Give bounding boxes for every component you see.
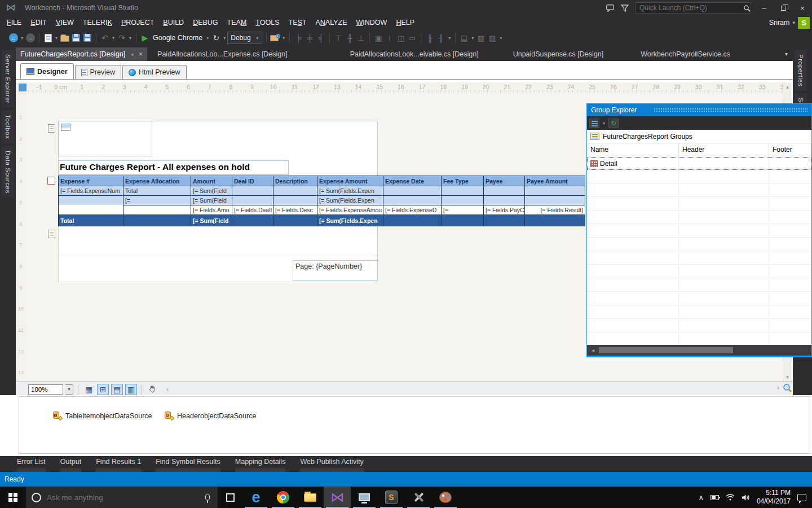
table-cell[interactable]: Expense Allocation: [123, 176, 191, 186]
layout-tool-icon[interactable]: ⊤: [333, 32, 344, 44]
layout-tool-icon[interactable]: ▣: [373, 32, 384, 44]
table-cell[interactable]: [442, 214, 484, 226]
find-overflow-icon[interactable]: ▾: [281, 36, 286, 41]
taskbar-visual-studio[interactable]: ⋈: [324, 487, 351, 508]
show-headers-button[interactable]: ▤: [111, 384, 123, 395]
zoom-dropdown-icon[interactable]: ▾: [65, 384, 73, 395]
table-cell[interactable]: [59, 195, 123, 205]
doc-tab-4[interactable]: WorkbenchPayrollService.cs: [636, 47, 735, 61]
menu-view[interactable]: VIEW: [51, 17, 78, 28]
layout-tool-icon[interactable]: ▨: [487, 32, 498, 44]
table-cell[interactable]: [= Fields.ExpenseNum: [59, 186, 123, 195]
undo-dropdown-icon[interactable]: ▾: [111, 36, 116, 41]
group-row-empty[interactable]: [587, 292, 811, 305]
layout-tool-icon[interactable]: ╢: [435, 32, 447, 44]
group-row-empty[interactable]: [587, 251, 811, 265]
table-cell[interactable]: Description: [273, 176, 317, 186]
browser-select-label[interactable]: Google Chrome: [153, 34, 202, 42]
table-cell[interactable]: Payee Amount: [525, 176, 585, 186]
menu-telerik[interactable]: TELERIK: [78, 17, 117, 28]
menu-build[interactable]: BUILD: [158, 17, 188, 28]
group-explorer-title-bar[interactable]: Group Explorer: [587, 104, 811, 116]
doc-tab-0[interactable]: FutureChargesReport.cs [Design]+×: [16, 47, 147, 61]
menu-window[interactable]: WINDOW: [352, 17, 392, 28]
table-cell[interactable]: [=: [123, 195, 191, 205]
bottom-tab-error-list[interactable]: Error List: [17, 458, 46, 472]
zoom-level-select[interactable]: 100%: [28, 384, 63, 395]
menu-project[interactable]: PROJECT: [117, 17, 158, 28]
bottom-tab-web-publish-activity[interactable]: Web Publish Activity: [300, 458, 363, 472]
report-title-textbox[interactable]: Future Charges Report - All expenses on …: [58, 160, 289, 175]
filter-icon[interactable]: [617, 2, 632, 14]
search-icon[interactable]: [743, 5, 751, 12]
table-cell[interactable]: [= Fields.ExpenseD: [383, 205, 442, 214]
group-row-empty[interactable]: [587, 170, 811, 183]
doc-tab-1[interactable]: PaidAllocationsLoo...Expense.cs [Design]: [153, 47, 292, 61]
doc-tab-2[interactable]: PaidAllocationsLook...eivable.cs [Design…: [346, 47, 483, 61]
taskbar-admin-tools[interactable]: [405, 487, 432, 508]
designer-tab-preview[interactable]: Preview: [75, 65, 121, 79]
close-tab-icon[interactable]: ×: [139, 50, 143, 58]
scroll-left-icon[interactable]: ‹: [166, 386, 169, 393]
table-cell[interactable]: [123, 205, 191, 214]
restore-button[interactable]: [774, 1, 793, 15]
snap-to-grid-button[interactable]: ⊞: [97, 384, 109, 395]
table-cell[interactable]: [484, 214, 525, 226]
show-grid-button[interactable]: ▦: [83, 384, 95, 395]
table-cell[interactable]: [383, 214, 442, 226]
group-row-detail[interactable]: Detail: [587, 157, 811, 170]
save-button[interactable]: [70, 32, 82, 44]
designer-tab-designer[interactable]: Designer: [20, 63, 74, 79]
designer-tab-html-preview[interactable]: Html Preview: [122, 65, 187, 79]
table-cell[interactable]: [= Sum(Fields.Expen: [317, 214, 383, 226]
pan-tool-button[interactable]: [147, 384, 158, 395]
ge-scroll-left-icon[interactable]: ◄: [587, 348, 599, 353]
page-footer-section-icon[interactable]: [48, 230, 55, 238]
quick-launch-input[interactable]: [636, 4, 743, 12]
group-row-empty[interactable]: [587, 332, 811, 346]
volume-icon[interactable]: [742, 494, 750, 501]
table-cell[interactable]: [= Fields.ExpenseAmou: [317, 205, 383, 214]
table-cell[interactable]: [= Sum(Fields.Expen: [317, 195, 383, 205]
table-cell[interactable]: [273, 195, 317, 205]
group-row-empty[interactable]: [587, 278, 811, 292]
scroll-down-icon[interactable]: ▾: [786, 373, 789, 382]
table-cell[interactable]: [= Sum(Fields.Expen: [317, 186, 383, 195]
refresh-button[interactable]: ↻: [210, 32, 222, 44]
group-row-empty[interactable]: [587, 238, 811, 251]
group-row-empty[interactable]: [587, 211, 811, 224]
menu-test[interactable]: TEST: [284, 17, 311, 28]
datasource-item[interactable]: TableItemobjectDataSource: [53, 411, 152, 420]
save-all-button[interactable]: [82, 32, 93, 44]
groups-column-header[interactable]: Footer: [769, 143, 811, 157]
avatar[interactable]: S: [798, 17, 810, 29]
action-center-icon[interactable]: [797, 494, 806, 501]
table-cell[interactable]: [232, 186, 273, 195]
table-cell[interactable]: [484, 195, 525, 205]
start-debug-button[interactable]: ▶: [139, 32, 151, 44]
table-cell[interactable]: [= Fields.Desc: [273, 205, 317, 214]
table-cell[interactable]: [= Fields.PayC: [484, 205, 525, 214]
menu-team[interactable]: TEAM: [223, 17, 251, 28]
table-cell[interactable]: [232, 214, 273, 226]
battery-icon[interactable]: [710, 495, 719, 500]
group-row-empty[interactable]: [587, 224, 811, 238]
table-cell[interactable]: [525, 186, 585, 195]
ge-scroll-thumb[interactable]: [599, 347, 733, 353]
layout-tool-icon[interactable]: ⊥: [355, 32, 367, 44]
doc-tab-3[interactable]: UnpaidSuspense.cs [Design]: [509, 47, 608, 61]
layout-tool-icon[interactable]: ▾: [498, 36, 504, 41]
menu-help[interactable]: HELP: [391, 17, 419, 28]
menu-tools[interactable]: TOOLS: [251, 17, 284, 28]
menu-debug[interactable]: DEBUG: [188, 17, 222, 28]
refresh-groups-icon[interactable]: ↻: [608, 119, 619, 128]
bottom-tab-output[interactable]: Output: [60, 458, 82, 472]
taskbar-edge[interactable]: e: [242, 487, 270, 508]
table-cell[interactable]: Expense Date: [383, 176, 442, 186]
page-number-textbox[interactable]: Page: {PageNumber}: [293, 260, 378, 281]
layout-tool-icon[interactable]: ▤: [458, 32, 470, 44]
browser-dropdown-icon[interactable]: ▾: [205, 36, 210, 41]
show-rulers-button[interactable]: ▥: [125, 384, 137, 395]
groups-column-header[interactable]: Name: [587, 143, 679, 157]
bottom-tab-find-symbol-results[interactable]: Find Symbol Results: [156, 458, 220, 472]
